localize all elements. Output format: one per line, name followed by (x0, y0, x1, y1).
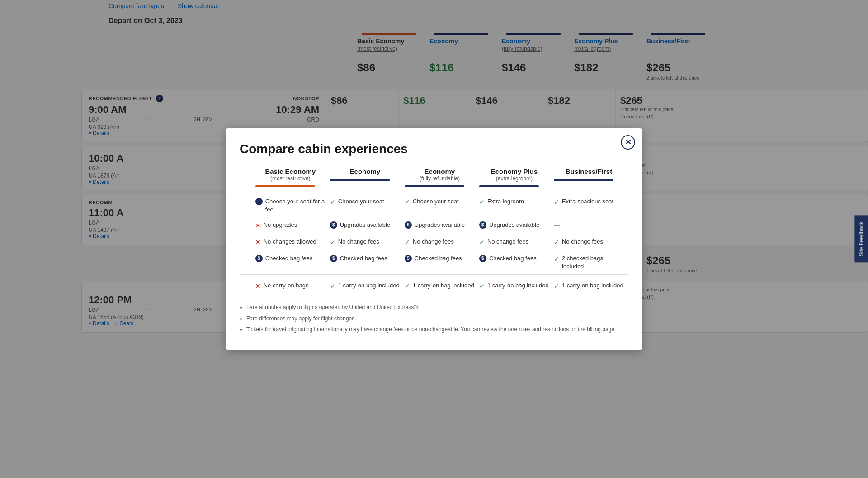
feature-row-carryon: ✕ No carry-on bags ✓ 1 carry-on bag incl… (240, 274, 628, 294)
feat-economy-seat: ✓ Choose your seat (330, 192, 405, 217)
col-header-economy: Economy (330, 168, 405, 192)
feat-basic-checked: $ Checked bag fees (255, 251, 330, 275)
check-icon: ✓ (330, 282, 335, 291)
dollar-icon: $ (405, 221, 412, 229)
feat-economy-changes: ✓ No change fees (330, 234, 405, 251)
footnote-3: Tickets for travel originating internati… (246, 325, 628, 334)
feat-basic-changes: ✕ No changes allowed (255, 234, 330, 251)
modal-overlay[interactable]: Compare cabin experiences Basic Economy … (0, 0, 868, 478)
site-feedback-button[interactable]: Site Feedback (855, 216, 868, 263)
feat-economy-carryon: ✓ 1 carry-on bag included (330, 274, 405, 294)
compare-cabin-modal: Compare cabin experiences Basic Economy … (226, 128, 642, 350)
feat-economy-checked: $ Checked bag fees (330, 251, 405, 275)
feat-econref-seat: ✓ Choose your seat (405, 192, 479, 217)
feat-econplus-changes: ✓ No change fees (479, 234, 554, 251)
feat-biz-carryon: ✓ 1 carry-on bag included (554, 274, 628, 294)
col-bar-economy-ref (405, 185, 464, 187)
col-header-econplus: Economy Plus (extra legroom) (479, 168, 554, 192)
col-bar-econplus (479, 185, 539, 187)
info-icon: i (255, 198, 263, 205)
check-icon: ✓ (330, 198, 335, 207)
dollar-icon: $ (255, 255, 263, 262)
feat-econplus-checked: $ Checked bag fees (479, 251, 554, 275)
feat-econref-upgrades: $ Upgrades available (405, 217, 479, 234)
col-header-economy-ref: Economy (fully refundable) (405, 168, 479, 192)
feature-row-upgrades: ✕ No upgrades $ Upgrades available $ (240, 217, 628, 234)
feature-row-changes: ✕ No changes allowed ✓ No change fees ✓ (240, 234, 628, 251)
feature-row-checked-bags: $ Checked bag fees $ Checked bag fees $ (240, 251, 628, 275)
check-icon: ✓ (554, 282, 559, 291)
compare-header-row: Basic Economy (most restrictive) Economy… (240, 168, 628, 192)
dollar-icon: $ (479, 255, 486, 262)
col-bar-economy (330, 179, 390, 181)
col-bar-basic (255, 185, 315, 187)
dollar-icon: $ (405, 255, 412, 262)
col-header-business: Business/First (554, 168, 628, 192)
check-icon: ✓ (554, 255, 559, 264)
dollar-icon: $ (330, 221, 337, 229)
feat-basic-upgrades: ✕ No upgrades (255, 217, 330, 234)
modal-footnotes: Fare attributes apply to flights operate… (240, 303, 628, 334)
check-icon: ✓ (479, 282, 485, 291)
feat-econref-carryon: ✓ 1 carry-on bag included (405, 274, 479, 294)
check-icon: ✓ (554, 238, 559, 247)
feat-biz-changes: ✓ No change fees (554, 234, 628, 251)
compare-features-body: i Choose your seat for a fee ✓ Choose yo… (240, 192, 628, 295)
check-icon: ✓ (479, 238, 485, 247)
x-icon: ✕ (255, 221, 261, 230)
feat-economy-upgrades: $ Upgrades available (330, 217, 405, 234)
modal-close-button[interactable] (621, 135, 635, 150)
feat-basic-carryon: ✕ No carry-on bags (255, 274, 330, 294)
feat-biz-upgrades: — (554, 217, 628, 234)
check-icon: ✓ (405, 282, 410, 291)
check-icon: ✓ (405, 198, 410, 207)
footnote-2: Fare differences may apply for flight ch… (246, 314, 628, 323)
dash-icon: — (554, 221, 560, 230)
feat-biz-seat: ✓ Extra-spacious seat (554, 192, 628, 217)
feature-row-seat: i Choose your seat for a fee ✓ Choose yo… (240, 192, 628, 217)
feat-basic-seat: i Choose your seat for a fee (255, 192, 330, 217)
check-icon: ✓ (405, 238, 410, 247)
dollar-icon: $ (330, 255, 337, 262)
col-header-basic: Basic Economy (most restrictive) (255, 168, 330, 192)
feat-biz-checked: ✓ 2 checked bags included (554, 251, 628, 275)
feat-econplus-seat: ✓ Extra legroom (479, 192, 554, 217)
check-icon: ✓ (554, 198, 559, 207)
feat-econplus-upgrades: $ Upgrades available (479, 217, 554, 234)
feat-econref-changes: ✓ No change fees (405, 234, 479, 251)
footnote-1: Fare attributes apply to flights operate… (246, 303, 628, 312)
compare-cabin-table: Basic Economy (most restrictive) Economy… (240, 168, 628, 295)
x-icon: ✕ (255, 238, 261, 247)
dollar-icon: $ (479, 221, 486, 229)
col-bar-business (554, 179, 613, 181)
x-icon: ✕ (255, 282, 261, 291)
check-icon: ✓ (330, 238, 335, 247)
feat-econplus-carryon: ✓ 1 carry-on bag included (479, 274, 554, 294)
modal-title: Compare cabin experiences (240, 142, 628, 156)
check-icon: ✓ (479, 198, 485, 207)
feat-econref-checked: $ Checked bag fees (405, 251, 479, 275)
